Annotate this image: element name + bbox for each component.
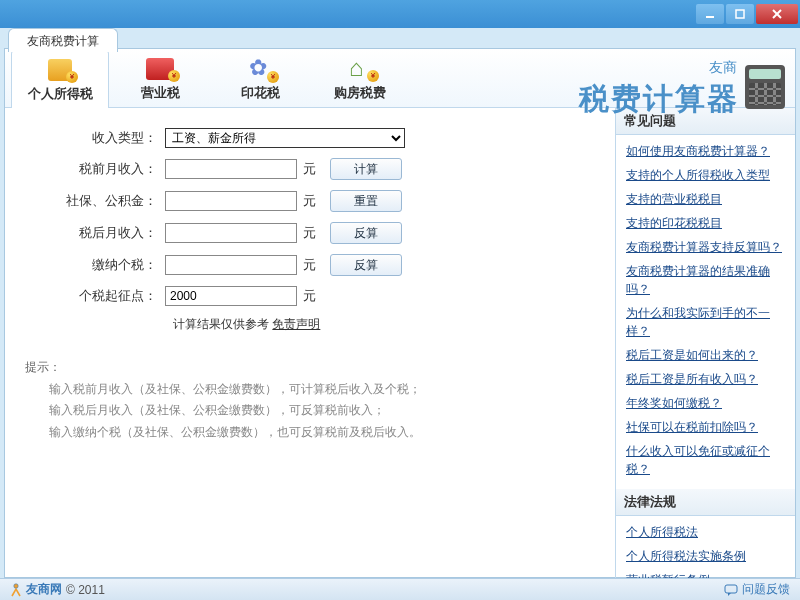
tab-label: 购房税费 <box>334 84 386 102</box>
faq-list: 如何使用友商税费计算器？ 支持的个人所得税收入类型 支持的营业税税目 支持的印花… <box>616 135 795 489</box>
svg-rect-6 <box>725 585 737 593</box>
reverse-button-2[interactable]: 反算 <box>330 254 402 276</box>
brand-main: 税费计算器 <box>579 79 739 120</box>
person-icon <box>10 583 22 597</box>
unit: 元 <box>303 287 316 305</box>
faq-link[interactable]: 如何使用友商税费计算器？ <box>626 139 785 163</box>
unit: 元 <box>303 224 316 242</box>
calculate-button[interactable]: 计算 <box>330 158 402 180</box>
feedback-text: 问题反馈 <box>742 581 790 598</box>
law-link[interactable]: 个人所得税法实施条例 <box>626 544 785 568</box>
maximize-button[interactable] <box>726 4 754 24</box>
close-button[interactable] <box>756 4 798 24</box>
statusbar: 友商网 © 2011 问题反馈 <box>0 578 800 600</box>
copyright: © 2011 <box>66 583 105 597</box>
speech-bubble-icon <box>724 584 738 596</box>
law-link[interactable]: 个人所得税法 <box>626 520 785 544</box>
faq-link[interactable]: 友商税费计算器的结果准确吗？ <box>626 259 785 301</box>
tab-housing-tax[interactable]: ¥ 购房税费 <box>311 49 409 107</box>
faq-link[interactable]: 社保可以在税前扣除吗？ <box>626 415 785 439</box>
faq-link[interactable]: 为什么和我实际到手的不一样？ <box>626 301 785 343</box>
app-tab: 友商税费计算 <box>8 28 118 52</box>
window-titlebar <box>0 0 800 28</box>
threshold-input[interactable] <box>165 286 297 306</box>
tab-label: 印花税 <box>241 84 280 102</box>
faq-link[interactable]: 支持的印花税税目 <box>626 211 785 235</box>
flower-stamp-icon: ¥ <box>247 57 273 81</box>
feedback-link[interactable]: 问题反馈 <box>724 581 790 598</box>
faq-link[interactable]: 支持的营业税税目 <box>626 187 785 211</box>
faq-link[interactable]: 税后工资是如何出来的？ <box>626 343 785 367</box>
income-type-select[interactable]: 工资、薪金所得 <box>165 128 405 148</box>
disclaimer-link[interactable]: 免责声明 <box>272 317 320 331</box>
disclaimer-text: 计算结果仅供参考 <box>173 317 269 331</box>
person-card-icon: ¥ <box>48 59 72 81</box>
svg-rect-1 <box>736 10 744 18</box>
tab-business-tax[interactable]: ¥ 营业税 <box>111 49 209 107</box>
house-icon: ¥ <box>347 58 373 80</box>
tax-paid-input[interactable] <box>165 255 297 275</box>
tab-stamp-tax[interactable]: ¥ 印花税 <box>211 49 309 107</box>
hints-block: 提示： 输入税前月收入（及社保、公积金缴费数），可计算税后收入及个税； 输入税后… <box>25 357 603 443</box>
hint-line: 输入税前月收入（及社保、公积金缴费数），可计算税后收入及个税； <box>49 379 603 401</box>
status-brand-text: 友商网 <box>26 581 62 598</box>
income-type-label: 收入类型： <box>25 129 165 147</box>
tax-paid-label: 缴纳个税： <box>25 256 165 274</box>
pre-tax-label: 税前月收入： <box>25 160 165 178</box>
threshold-label: 个税起征点： <box>25 287 165 305</box>
law-header: 法律法规 <box>616 489 795 516</box>
hints-title: 提示： <box>25 357 603 379</box>
tab-label: 个人所得税 <box>28 85 93 103</box>
unit: 元 <box>303 160 316 178</box>
sidebar: 常见问题 如何使用友商税费计算器？ 支持的个人所得税收入类型 支持的营业税税目 … <box>615 108 795 600</box>
tab-income-tax[interactable]: ¥ 个人所得税 <box>11 50 109 108</box>
calculator-form: 收入类型： 工资、薪金所得 税前月收入： 元 计算 社保、公积金： 元 重置 税… <box>5 108 615 600</box>
pre-tax-input[interactable] <box>165 159 297 179</box>
faq-link[interactable]: 支持的个人所得税收入类型 <box>626 163 785 187</box>
insurance-label: 社保、公积金： <box>25 192 165 210</box>
main-tab-bar: ¥ 个人所得税 ¥ 营业税 ¥ 印花税 ¥ 购房税费 友商 税费计算器 <box>5 49 795 108</box>
unit: 元 <box>303 192 316 210</box>
brand-logo: 友商 税费计算器 <box>579 53 785 120</box>
hint-line: 输入缴纳个税（及社保、公积金缴费数），也可反算税前及税后收入。 <box>49 422 603 444</box>
reverse-button-1[interactable]: 反算 <box>330 222 402 244</box>
hint-line: 输入税后月收入（及社保、公积金缴费数），可反算税前收入； <box>49 400 603 422</box>
faq-link[interactable]: 年终奖如何缴税？ <box>626 391 785 415</box>
insurance-input[interactable] <box>165 191 297 211</box>
faq-link[interactable]: 友商税费计算器支持反算吗？ <box>626 235 785 259</box>
reset-button[interactable]: 重置 <box>330 190 402 212</box>
content: ¥ 个人所得税 ¥ 营业税 ¥ 印花税 ¥ 购房税费 友商 税费计算器 <box>4 48 796 578</box>
unit: 元 <box>303 256 316 274</box>
calculator-icon <box>745 65 785 109</box>
tab-label: 营业税 <box>141 84 180 102</box>
post-tax-label: 税后月收入： <box>25 224 165 242</box>
disclaimer: 计算结果仅供参考 免责声明 <box>173 316 603 333</box>
brand-small: 友商 <box>579 59 737 77</box>
faq-link[interactable]: 什么收入可以免征或减征个税？ <box>626 439 785 481</box>
open-sign-icon: ¥ <box>146 58 174 80</box>
status-brand[interactable]: 友商网 © 2011 <box>10 581 105 598</box>
minimize-button[interactable] <box>696 4 724 24</box>
faq-link[interactable]: 税后工资是所有收入吗？ <box>626 367 785 391</box>
post-tax-input[interactable] <box>165 223 297 243</box>
